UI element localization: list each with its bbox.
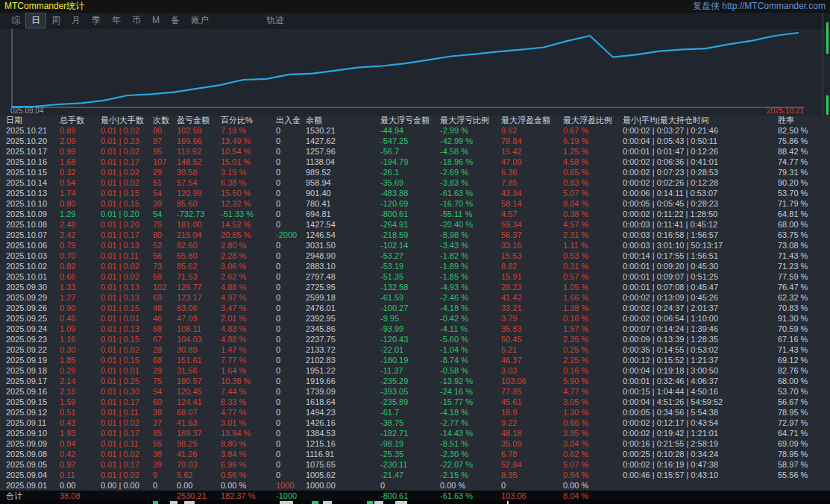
table-row[interactable]: 2025.10.131.740.01 | 0.1554120.9915.50 %… <box>0 188 830 198</box>
table-cell: 77.85 <box>501 386 563 397</box>
table-cell: -180.19 <box>380 355 440 365</box>
table-row[interactable]: 2025.09.180.290.01 | 0.012931.561.64 %01… <box>0 365 830 376</box>
table-cell: -2.77 % <box>440 418 501 428</box>
menu-item-9[interactable]: 备 <box>166 13 185 28</box>
scrollbar-thumb-top[interactable] <box>826 22 829 54</box>
menu-item-track[interactable]: 轨迹 <box>261 13 289 28</box>
table-row[interactable]: 2025.10.010.660.01 | 0.025871.532.62 %02… <box>0 271 830 282</box>
table-cell: 2.80 % <box>221 240 276 251</box>
table-cell: 0.46 <box>60 313 101 324</box>
table-cell: 2025.09.16 <box>6 386 60 397</box>
table-cell: 31.56 <box>177 365 221 376</box>
table-cell: 2025.09.05 <box>6 459 60 470</box>
table-cell: 38 <box>153 449 177 459</box>
table-row[interactable]: 2025.10.202.090.01 | 0.2387169.6613.49 %… <box>0 136 830 146</box>
table-cell: 0.42 <box>60 449 101 459</box>
table-row[interactable]: 2025.10.060.790.01 | 0.135282.602.80 %03… <box>0 240 830 251</box>
table-cell: 7.77 % <box>221 355 276 365</box>
table-row[interactable]: 2025.09.191.850.01 | 0.1568151.617.77 %0… <box>0 355 830 365</box>
table-row[interactable]: 2025.09.301.330.01 | 0.13102126.774.88 %… <box>0 282 830 292</box>
table-cell: 0 <box>276 219 306 230</box>
table-row[interactable]: 2025.09.291.270.01 | 0.1369123.174.97 %0… <box>0 292 830 303</box>
table-row[interactable]: 2025.10.030.700.01 | 0.115665.802.28 %02… <box>0 251 830 261</box>
table-cell: 50.45 <box>501 334 563 344</box>
table-cell: 78.84 <box>501 136 563 146</box>
table-row[interactable]: 2025.09.172.140.01 | 0.2575180.5710.38 %… <box>0 376 830 386</box>
table-cell: -26.1 <box>380 167 440 177</box>
table-cell: 48 <box>153 303 177 313</box>
table-cell: 71.53 <box>177 271 221 282</box>
table-row[interactable]: 2025.09.231.160.01 | 0.1567104.034.88 %0… <box>0 334 830 344</box>
table-cell: 78.95 % <box>778 407 824 418</box>
table-cell: -1.89 % <box>440 261 501 271</box>
table-cell: -44.94 <box>380 125 440 136</box>
table-row[interactable]: 2025.10.020.820.01 | 0.027385.623.06 %02… <box>0 261 830 271</box>
table-cell: 4.77 % <box>563 386 623 397</box>
table-row[interactable]: 2025.10.210.890.01 | 0.0280102.597.19 %0… <box>0 125 830 136</box>
menu-item-4[interactable]: 月 <box>66 13 86 28</box>
table-cell: 10.38 % <box>221 376 276 386</box>
table-row[interactable]: 2025.09.260.900.01 | 0.154883.063.47 %02… <box>0 303 830 313</box>
table-row[interactable]: 2025.10.170.990.01 | 0.0295119.9210.54 %… <box>0 146 830 157</box>
table-cell: 71.79 % <box>778 198 824 209</box>
table-cell: 2025.09.01 <box>6 480 60 491</box>
taskbar-icon-fragment <box>323 501 332 504</box>
table-cell: 62.32 % <box>778 292 824 303</box>
menu-item-3[interactable]: 周 <box>46 13 66 28</box>
table-row[interactable]: 2025.09.101.930.01 | 0.1785169.3713.94 %… <box>0 428 830 438</box>
table-row[interactable]: 2025.09.220.300.01 | 0.022830.891.47 %02… <box>0 344 830 355</box>
table-row[interactable]: 2025.09.010.000.00 | 0.0000.000.00 %1000… <box>0 480 830 491</box>
menu-item-5[interactable]: 季 <box>87 13 106 28</box>
table-cell: 2025.09.25 <box>6 313 60 324</box>
table-cell: 0:00:03 | 0:16:58 | 1:56:57 <box>623 230 778 240</box>
table-cell: 56.67 % <box>778 397 824 407</box>
table-cell: 33.21 <box>501 303 563 313</box>
table-cell: 5.62 <box>177 470 221 480</box>
brand-link[interactable]: 复盘侠 http://MTCommander.com <box>693 0 826 13</box>
table-row[interactable]: 2025.09.120.510.01 | 0.113868.074.77 %01… <box>0 407 830 418</box>
table-cell: 0.70 <box>60 251 101 261</box>
table-row[interactable]: 2025.09.080.420.01 | 0.023841.263.84 %01… <box>0 449 830 459</box>
table-cell: 0.01 | 0.02 <box>101 167 153 177</box>
table-cell: 15.01 % <box>221 157 276 167</box>
table-cell: 1.59 <box>60 397 101 407</box>
table-row[interactable]: 2025.10.100.800.01 | 0.153985.6012.32 %0… <box>0 198 830 209</box>
table-row[interactable]: 2025.09.050.970.01 | 0.173970.036.96 %01… <box>0 459 830 470</box>
table-cell: 1427.54 <box>306 219 380 230</box>
table-cell: -8.51 % <box>440 438 501 449</box>
table-cell: 1.85 <box>60 355 101 365</box>
table-row[interactable]: 2025.10.161.680.01 | 0.17107148.5215.01 … <box>0 157 830 167</box>
table-cell: 0 <box>276 334 306 344</box>
table-cell: -3.83 % <box>440 177 501 188</box>
menu-item-10[interactable]: 账户 <box>186 13 214 28</box>
menu-item-2[interactable]: 日 <box>26 13 45 28</box>
table-cell: 0 <box>276 303 306 313</box>
table-row[interactable]: 2025.09.250.460.01 | 0.014647.092.01 %02… <box>0 313 830 324</box>
table-row[interactable]: 2025.09.090.940.01 | 0.115598.258.80 %01… <box>0 438 830 449</box>
table-cell: 33.16 <box>501 240 563 251</box>
table-row[interactable]: 2025.10.150.320.01 | 0.022930.583.19 %09… <box>0 167 830 177</box>
table-cell: 4.83 % <box>221 324 276 334</box>
table-cell: 0 <box>276 271 306 282</box>
table-row[interactable]: 2025.09.151.590.01 | 0.1760124.418.33 %0… <box>0 397 830 407</box>
menu-item-6[interactable]: 年 <box>107 13 126 28</box>
table-row[interactable]: 2025.09.040.110.01 | 0.0295.620.56 %0100… <box>0 470 830 480</box>
menu-item-7[interactable]: 币 <box>127 13 146 28</box>
table-row[interactable]: 2025.10.082.480.01 | 0.2075181.0014.52 %… <box>0 219 830 230</box>
menu-item-8[interactable]: M <box>147 14 165 26</box>
table-row[interactable]: 2025.09.110.430.01 | 0.023741.633.01 %01… <box>0 418 830 428</box>
table-row[interactable]: 2025.09.241.090.01 | 0.1368108.114.83 %0… <box>0 324 830 334</box>
table-cell: -4.93 % <box>440 282 501 292</box>
table-row[interactable]: 2025.10.140.540.01 | 0.025157.546.38 %09… <box>0 177 830 188</box>
table-cell: 0.01 | 0.17 <box>101 397 153 407</box>
table-cell: 4.77 % <box>221 407 276 418</box>
menu-item-1[interactable]: 综 <box>6 13 25 28</box>
scrollbar-thumb-bottom[interactable] <box>826 95 829 115</box>
table-row[interactable]: 2025.10.072.420.01 | 0.1780215.0420.85 %… <box>0 230 830 240</box>
table-row[interactable]: 2025.09.162.180.01 | 0.3054120.457.44 %0… <box>0 386 830 397</box>
table-row[interactable]: 2025.10.091.290.01 | 0.2054-732.73-51.33… <box>0 209 830 219</box>
table-cell: 2725.95 <box>306 282 380 292</box>
table-cell: 1.93 <box>60 428 101 438</box>
table-cell: 71.43 % <box>778 251 824 261</box>
table-cell: 1.57 % <box>563 324 623 334</box>
